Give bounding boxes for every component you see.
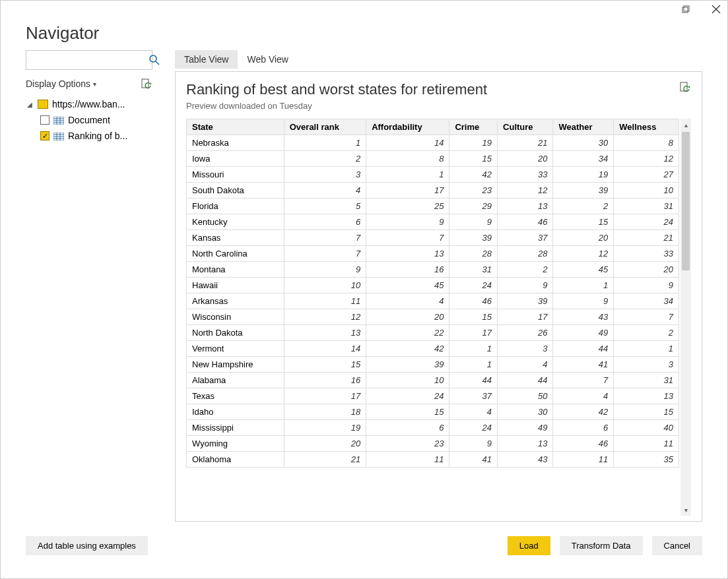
value-cell: 15 xyxy=(284,357,366,373)
value-cell: 15 xyxy=(366,404,449,420)
value-cell: 21 xyxy=(498,135,553,151)
table-row[interactable]: South Dakota41723123910 xyxy=(187,183,679,198)
table-row[interactable]: Vermont144213441 xyxy=(187,341,679,357)
value-cell: 6 xyxy=(366,420,449,436)
table-row[interactable]: New Hampshire153914413 xyxy=(187,357,679,373)
search-icon[interactable] xyxy=(149,54,160,66)
svg-marker-21 xyxy=(688,86,690,88)
value-cell: 1 xyxy=(553,278,614,293)
value-cell: 7 xyxy=(614,309,679,325)
value-cell: 3 xyxy=(284,167,366,183)
value-cell: 17 xyxy=(284,388,366,404)
value-cell: 4 xyxy=(284,183,366,198)
value-cell: 1 xyxy=(449,357,498,373)
value-cell: 1 xyxy=(449,341,498,357)
table-row[interactable]: Oklahoma211141431135 xyxy=(187,452,679,468)
table-row[interactable]: Texas17243750413 xyxy=(187,388,679,404)
value-cell: 9 xyxy=(498,278,553,293)
value-cell: 13 xyxy=(614,388,679,404)
transform-data-button[interactable]: Transform Data xyxy=(560,536,643,555)
tab-table-view[interactable]: Table View xyxy=(175,50,238,69)
state-cell: Hawaii xyxy=(187,278,284,293)
table-row[interactable]: Wyoming20239134611 xyxy=(187,436,679,452)
value-cell: 12 xyxy=(284,309,366,325)
state-cell: Missouri xyxy=(187,167,284,183)
column-header[interactable]: Overall rank xyxy=(284,119,366,135)
table-row[interactable]: Iowa2815203412 xyxy=(187,151,679,167)
value-cell: 33 xyxy=(498,167,553,183)
table-row[interactable]: Nebraska1141921308 xyxy=(187,135,679,151)
scroll-up-icon[interactable]: ▴ xyxy=(680,119,691,131)
table-row[interactable]: Arkansas1144639934 xyxy=(187,293,679,309)
table-row[interactable]: Idaho18154304215 xyxy=(187,404,679,420)
value-cell: 9 xyxy=(366,214,449,230)
value-cell: 24 xyxy=(366,388,449,404)
checkbox-checked[interactable]: ✓ xyxy=(40,131,50,140)
value-cell: 19 xyxy=(553,167,614,183)
table-row[interactable]: Hawaii104524919 xyxy=(187,278,679,293)
state-cell: Iowa xyxy=(187,151,284,167)
tree-item-ranking[interactable]: ✓ Ranking of b... xyxy=(26,128,152,144)
value-cell: 30 xyxy=(498,404,553,420)
column-header[interactable]: Weather xyxy=(553,119,614,135)
value-cell: 42 xyxy=(553,404,614,420)
value-cell: 44 xyxy=(498,373,553,388)
page-title: Navigator xyxy=(1,20,727,50)
value-cell: 14 xyxy=(366,135,449,151)
preview-refresh-icon[interactable] xyxy=(679,81,691,93)
table-row[interactable]: North Dakota13221726492 xyxy=(187,325,679,341)
value-cell: 44 xyxy=(553,341,614,357)
state-cell: South Dakota xyxy=(187,183,284,198)
refresh-icon[interactable] xyxy=(141,78,152,90)
table-icon xyxy=(53,132,64,140)
table-row[interactable]: Montana9163124520 xyxy=(187,262,679,278)
add-table-button[interactable]: Add table using examples xyxy=(26,536,148,555)
column-header[interactable]: Culture xyxy=(498,119,553,135)
svg-rect-0 xyxy=(682,7,688,13)
tab-web-view[interactable]: Web View xyxy=(238,50,298,69)
state-cell: Arkansas xyxy=(187,293,284,309)
column-header[interactable]: Crime xyxy=(449,119,498,135)
scroll-down-icon[interactable]: ▾ xyxy=(680,504,691,516)
state-cell: North Dakota xyxy=(187,325,284,341)
load-button[interactable]: Load xyxy=(508,536,550,555)
table-row[interactable]: Wisconsin12201517437 xyxy=(187,309,679,325)
table-row[interactable]: Kentucky699461524 xyxy=(187,214,679,230)
column-header[interactable]: Affordability xyxy=(366,119,449,135)
value-cell: 23 xyxy=(449,183,498,198)
column-header[interactable]: Wellness xyxy=(614,119,679,135)
checkbox-unchecked[interactable] xyxy=(40,115,50,125)
value-cell: 22 xyxy=(366,325,449,341)
scroll-thumb[interactable] xyxy=(682,132,690,270)
value-cell: 9 xyxy=(284,262,366,278)
value-cell: 9 xyxy=(449,214,498,230)
table-row[interactable]: Mississippi1962449640 xyxy=(187,420,679,436)
table-row[interactable]: Florida5252913231 xyxy=(187,198,679,214)
column-header[interactable]: State xyxy=(187,119,284,135)
search-input[interactable] xyxy=(30,54,149,66)
table-row[interactable]: North Carolina71328281233 xyxy=(187,246,679,262)
value-cell: 42 xyxy=(449,167,498,183)
cancel-button[interactable]: Cancel xyxy=(652,536,702,555)
value-cell: 23 xyxy=(366,436,449,452)
table-row[interactable]: Missouri3142331927 xyxy=(187,167,679,183)
state-cell: Montana xyxy=(187,262,284,278)
value-cell: 39 xyxy=(498,293,553,309)
chevron-down-icon: ◢ xyxy=(27,101,34,108)
preview-title: Ranking of best and worst states for ret… xyxy=(186,81,487,98)
value-cell: 45 xyxy=(366,278,449,293)
tree-root[interactable]: ◢ https://www.ban... xyxy=(26,96,152,112)
table-row[interactable]: Alabama16104444731 xyxy=(187,373,679,388)
value-cell: 17 xyxy=(366,183,449,198)
value-cell: 43 xyxy=(553,309,614,325)
table-row[interactable]: Kansas7739372021 xyxy=(187,230,679,246)
tree-item-document[interactable]: Document xyxy=(26,112,152,128)
vertical-scrollbar[interactable]: ▴ ▾ xyxy=(680,119,691,516)
search-input-container[interactable] xyxy=(26,50,152,70)
value-cell: 39 xyxy=(366,357,449,373)
window-restore-icon[interactable] xyxy=(680,3,692,15)
tree-root-label: https://www.ban... xyxy=(52,99,125,109)
display-options-dropdown[interactable]: Display Options ▾ xyxy=(26,78,96,89)
value-cell: 2 xyxy=(614,325,679,341)
window-close-icon[interactable] xyxy=(710,3,722,15)
